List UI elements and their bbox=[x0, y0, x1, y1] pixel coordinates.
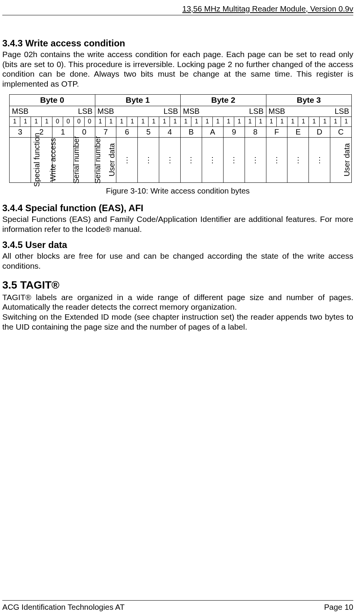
heading-344: 3.4.4 Special function (EAS), AFI bbox=[2, 202, 353, 213]
label-cell: ⋮ bbox=[245, 137, 266, 182]
msblsb-cell: MSBLSB bbox=[266, 106, 352, 117]
bit-cell: 1 bbox=[170, 117, 181, 126]
vertical-label: Write access bbox=[49, 138, 57, 182]
bit-cell: 1 bbox=[309, 117, 320, 126]
footer: ACG Identification Technologies AT Page … bbox=[2, 600, 353, 612]
bit-cell: 1 bbox=[149, 117, 159, 126]
lsb-label: LSB bbox=[249, 107, 264, 116]
bit-cell: 1 bbox=[330, 117, 341, 126]
para-343: Page 02h contains the write access condi… bbox=[2, 49, 353, 89]
page-content: 13,56 MHz Multitag Reader Module, Versio… bbox=[0, 0, 364, 614]
nibble-cell: B bbox=[181, 126, 202, 137]
bit-cell: 1 bbox=[287, 117, 298, 126]
bit-cell: 1 bbox=[31, 117, 41, 126]
ellipsis-icon: ⋮ bbox=[166, 156, 174, 164]
label-cell: ⋮ bbox=[138, 137, 159, 182]
ellipsis-icon: ⋮ bbox=[230, 156, 238, 164]
byte-header: Byte 3 bbox=[266, 94, 352, 106]
table-row-byte-headers: Byte 0 Byte 1 Byte 2 Byte 3 bbox=[10, 94, 352, 106]
label-cell: ⋮ bbox=[309, 137, 330, 182]
bit-cell: 0 bbox=[73, 117, 84, 126]
table-row-nibbles: 3 2 1 0 7 6 5 4 B A 9 8 F E D C bbox=[10, 126, 352, 137]
ellipsis-icon: ⋮ bbox=[251, 156, 259, 164]
label-cell: ⋮ bbox=[116, 137, 138, 182]
bit-cell: 1 bbox=[223, 117, 234, 126]
bit-cell: 1 bbox=[41, 117, 52, 126]
bit-cell: 1 bbox=[298, 117, 309, 126]
nibble-cell: 5 bbox=[138, 126, 159, 137]
heading-35: 3.5 TAGIT® bbox=[2, 279, 353, 292]
bit-cell: 1 bbox=[138, 117, 149, 126]
figure-caption: Figure 3-10: Write access condition byte… bbox=[2, 186, 353, 195]
ellipsis-icon: ⋮ bbox=[294, 156, 302, 164]
label-cell: ⋮ bbox=[202, 137, 223, 182]
bit-cell: 0 bbox=[52, 117, 63, 126]
footer-left: ACG Identification Technologies AT bbox=[2, 602, 124, 612]
nibble-cell: 9 bbox=[223, 126, 245, 137]
bit-cell: 1 bbox=[159, 117, 170, 126]
msblsb-cell: MSBLSB bbox=[181, 106, 266, 117]
byte-header: Byte 2 bbox=[181, 94, 266, 106]
nibble-cell: 8 bbox=[245, 126, 266, 137]
label-cell: ⋮ bbox=[181, 137, 202, 182]
bit-cell: 1 bbox=[10, 117, 20, 126]
bit-cell: 1 bbox=[320, 117, 330, 126]
nibble-cell: 1 bbox=[52, 126, 73, 137]
vertical-label: Serial number bbox=[72, 136, 80, 184]
bit-cell: 1 bbox=[234, 117, 245, 126]
nibble-cell: 3 bbox=[10, 126, 31, 137]
bit-cell: 0 bbox=[84, 117, 95, 126]
msb-label: MSB bbox=[98, 107, 114, 116]
bit-cell: 1 bbox=[191, 117, 202, 126]
para-35-2: Switching on the Extended ID mode (see c… bbox=[2, 312, 353, 332]
write-access-table: Byte 0 Byte 1 Byte 2 Byte 3 MSBLSB MSBLS… bbox=[9, 94, 352, 183]
ellipsis-icon: ⋮ bbox=[209, 156, 216, 164]
running-header: 13,56 MHz Multitag Reader Module, Versio… bbox=[2, 4, 353, 14]
para-35-1: TAGIT® labels are organized in a wide ra… bbox=[2, 292, 353, 312]
footer-rule bbox=[2, 600, 353, 601]
bit-cell: 1 bbox=[106, 117, 116, 126]
nibble-cell: E bbox=[287, 126, 309, 137]
nibble-cell: F bbox=[266, 126, 287, 137]
label-cell: ⋮ bbox=[159, 137, 181, 182]
label-cell: ⋮ bbox=[266, 137, 287, 182]
nibble-cell: A bbox=[202, 126, 223, 137]
bit-cell: 1 bbox=[20, 117, 31, 126]
lsb-label: LSB bbox=[163, 107, 178, 116]
nibble-cell: C bbox=[330, 126, 352, 137]
header-rule bbox=[2, 15, 353, 15]
label-cell: ⋮ bbox=[223, 137, 245, 182]
ellipsis-icon: ⋮ bbox=[316, 156, 323, 164]
bit-cell: 1 bbox=[341, 117, 352, 126]
heading-343: 3.4.3 Write access condition bbox=[2, 38, 353, 49]
bit-cell: 1 bbox=[277, 117, 287, 126]
vertical-label: User data bbox=[343, 143, 351, 177]
msb-label: MSB bbox=[269, 107, 285, 116]
msb-label: MSB bbox=[12, 107, 28, 116]
ellipsis-icon: ⋮ bbox=[187, 156, 195, 164]
nibble-cell: D bbox=[309, 126, 330, 137]
vertical-label: Special function bbox=[33, 133, 41, 187]
bit-cell: 1 bbox=[95, 117, 106, 126]
bit-cell: 1 bbox=[245, 117, 255, 126]
msblsb-cell: MSBLSB bbox=[95, 106, 181, 117]
byte-header: Byte 0 bbox=[10, 94, 95, 106]
lsb-label: LSB bbox=[335, 107, 349, 116]
nibble-cell: 4 bbox=[159, 126, 181, 137]
label-cell: ⋮ bbox=[287, 137, 309, 182]
lsb-label: LSB bbox=[78, 107, 93, 116]
msb-label: MSB bbox=[183, 107, 199, 116]
nibble-cell: 6 bbox=[116, 126, 138, 137]
heading-345: 3.4.5 User data bbox=[2, 239, 353, 250]
label-cell: Special function bbox=[10, 137, 31, 182]
bit-cell: 1 bbox=[127, 117, 138, 126]
para-345: All other blocks are free for use and ca… bbox=[2, 251, 353, 271]
bit-cell: 1 bbox=[202, 117, 212, 126]
label-cell: User data bbox=[330, 137, 352, 182]
bit-cell: 1 bbox=[266, 117, 277, 126]
bit-cell: 1 bbox=[255, 117, 266, 126]
bit-cell: 1 bbox=[116, 117, 127, 126]
para-344: Special Functions (EAS) and Family Code/… bbox=[2, 214, 353, 234]
msblsb-cell: MSBLSB bbox=[10, 106, 95, 117]
vertical-label: Serial number bbox=[94, 136, 101, 184]
